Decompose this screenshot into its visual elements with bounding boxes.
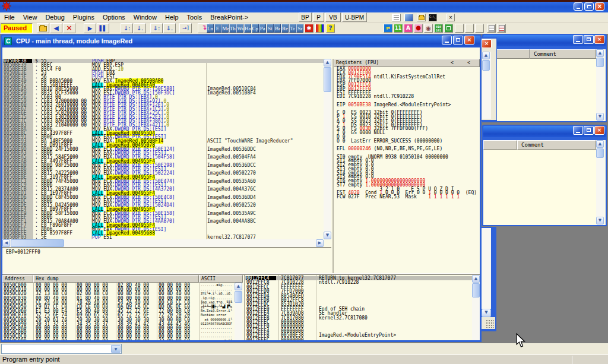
options-icon[interactable]: ✱ xyxy=(305,24,314,33)
cpu-close[interactable]: × xyxy=(464,36,474,45)
assemble-icon[interactable]: A xyxy=(404,24,413,33)
dump-vscrollbar[interactable]: ▲ xyxy=(235,283,242,340)
comment-window-2-minimize[interactable] xyxy=(573,126,583,135)
comment-window-2-restore[interactable] xyxy=(584,126,594,135)
combo-dropdown-icon[interactable]: ▼ xyxy=(111,345,121,353)
dump-pane[interactable]: Address Hex dump ASCII 0050C00000 00 00 … xyxy=(2,275,243,340)
register-line[interactable]: EFL 00000246 (NO,NB,E,BE,NS,PE,GE,LE) xyxy=(337,147,442,151)
help-icon[interactable]: ? xyxy=(326,24,335,33)
menu-tools[interactable]: Tools xyxy=(183,12,207,23)
blank-button-3[interactable] xyxy=(475,24,484,33)
go-back-icon[interactable]: ◀ xyxy=(50,23,62,33)
comment-window-1-close[interactable]: × xyxy=(594,35,604,44)
console-icon[interactable]: C:\_ xyxy=(428,14,437,21)
disassembly-pane[interactable]: 0050BE38$55PUSH EBP0050BE39.8BECMOV EBP,… xyxy=(2,59,324,239)
toolbar-st-button[interactable]: St xyxy=(267,24,274,33)
trace-log-icon[interactable]: ◉ xyxy=(424,24,433,33)
menu-help[interactable]: Help xyxy=(161,12,183,23)
pause-icon[interactable]: ▌▌ xyxy=(97,23,109,33)
toolbar-e-button[interactable]: E xyxy=(214,24,221,33)
watch-icon[interactable]: 11 xyxy=(394,24,403,33)
menu-breakpoint[interactable]: BreakPoint-> xyxy=(206,12,252,23)
title-bar[interactable] xyxy=(0,0,608,12)
toolbar-re-button[interactable]: Re xyxy=(281,24,289,33)
binary-icon[interactable]: 010101 xyxy=(434,24,443,33)
notes-icon[interactable] xyxy=(392,14,401,21)
stack-row[interactable]: 0012FFEC00000000 xyxy=(245,320,474,324)
menu-button-vb[interactable]: VB xyxy=(325,12,341,22)
stack-row[interactable]: 0012FFE0FFFFFFFFEnd of SEH chain xyxy=(245,307,474,311)
hidden-window-2-scroll-down[interactable]: ▼ xyxy=(482,309,491,317)
cpu-window-titlebar[interactable]: C CPU - main thread, module ImageRed xyxy=(2,36,480,47)
close-bar-icon[interactable]: × xyxy=(446,14,455,21)
resize-grip[interactable] xyxy=(486,319,494,328)
patch-doc-icon[interactable] xyxy=(497,24,506,33)
comment-window-1-scrollbar[interactable]: ▲ ▼ xyxy=(596,49,604,121)
toolbar-sr-button[interactable]: Sr xyxy=(296,24,303,33)
toolbar-br-button[interactable]: Br xyxy=(274,24,281,33)
memory-icon[interactable] xyxy=(404,14,413,21)
disassembly-vscrollbar[interactable]: ▲ ▼ xyxy=(324,59,331,239)
close-program-icon[interactable]: × xyxy=(63,23,75,33)
restore-button[interactable] xyxy=(584,2,594,11)
toolbar-tr-button[interactable]: Tr xyxy=(289,24,296,33)
breakpoint-icon[interactable]: ● xyxy=(414,24,423,33)
menu-plugins[interactable]: Plugins xyxy=(69,12,99,23)
hidden-window-scrollbar[interactable]: ▲ xyxy=(482,52,491,119)
step-over-icon[interactable]: ↓. xyxy=(134,23,146,33)
menu-debug[interactable]: Debug xyxy=(41,12,68,23)
stack-row[interactable]: 0012FFC87C910228ntdll.7C910228 xyxy=(245,280,474,284)
swap-icon[interactable]: ⇄ xyxy=(384,24,392,33)
disassembly-hscrollbar[interactable]: ◀ ▶ xyxy=(2,239,324,247)
comment-window-1[interactable]: × Comment ▲ ▼ xyxy=(482,34,607,122)
toolbar-pa-button[interactable]: Pa xyxy=(259,24,266,33)
comment-window-1-restore[interactable] xyxy=(584,35,594,44)
menu-button-p[interactable]: P xyxy=(313,12,324,22)
toolbar-me-button[interactable]: Me xyxy=(221,24,229,33)
stack-row[interactable]: 0012FFF000000000 xyxy=(245,324,474,328)
stack-row[interactable]: 0012FFD07FFD7000 xyxy=(245,289,474,293)
menu-file[interactable]: File xyxy=(0,12,19,23)
registers-pane[interactable]: Registers (FPU)<< EAX 00000000ECX 0012FF… xyxy=(332,59,480,274)
register-line[interactable]: EDI 7C910228 ntdll.7C910228 xyxy=(337,94,414,99)
trace-into-icon[interactable]: ⇓: xyxy=(150,23,163,33)
toolbar-ha-button[interactable]: Ha xyxy=(244,24,251,33)
menu-window[interactable]: Window xyxy=(129,12,161,23)
menu-options[interactable]: Options xyxy=(99,12,129,23)
toolbar-wi-button[interactable]: Wi xyxy=(236,24,243,33)
dump-header-hex[interactable]: Hex dump xyxy=(33,275,199,283)
trace-over-icon[interactable]: ⇓. xyxy=(163,23,176,33)
stack-row[interactable]: 0012FFF80050BE38ImageRed.<ModuleEntryPoi… xyxy=(245,333,474,337)
register-line[interactable]: FCW 027F Prec NEAR,53 Mask 1 1 1 1 1 1 xyxy=(337,195,460,199)
comment-window-2-scrollbar[interactable]: ▲ ▼ xyxy=(596,140,604,225)
cpu-minimize[interactable] xyxy=(442,36,452,45)
stack-pane[interactable]: 0012FFC47C817077RETURN to kernel32.7C817… xyxy=(244,275,480,340)
cpu-window[interactable]: C CPU - main thread, module ImageRed × 0… xyxy=(1,34,482,342)
stack-row[interactable]: 0012FFE87C817080kernel32.7C817080 xyxy=(245,316,474,320)
run-icon[interactable]: ▶ xyxy=(84,23,96,33)
comment-window-1-comment-header[interactable]: Comment xyxy=(530,49,596,59)
hidden-window-2-scrollbar[interactable] xyxy=(482,228,491,309)
stack-row[interactable]: 0012FFD80012FFC8 xyxy=(245,298,474,302)
open-file-icon[interactable] xyxy=(37,23,49,33)
close-button[interactable]: × xyxy=(595,2,604,11)
hidden-window-close[interactable]: × xyxy=(482,39,492,48)
execute-till-return-icon[interactable]: →] xyxy=(179,23,192,33)
comment-window-2-col1-header[interactable] xyxy=(483,140,517,150)
log-doc-icon[interactable] xyxy=(487,24,496,33)
menu-button-bp[interactable]: BP xyxy=(299,12,312,22)
stack-row[interactable]: 0012FFFC00000000 xyxy=(245,338,474,340)
comment-window-1-minimize[interactable] xyxy=(573,35,583,44)
toolbar-cp-button[interactable]: Cp xyxy=(252,24,259,33)
disasm-row[interactable]: 0050BF03.5EPOP ESIkernel32.7C817077 xyxy=(2,235,324,239)
blank-button-1[interactable] xyxy=(455,24,464,33)
dump-header-ascii[interactable]: ASCII xyxy=(199,275,243,283)
info-pane[interactable]: EBP=0012FFF0 xyxy=(2,247,331,273)
toolbar-th-button[interactable]: Th xyxy=(229,24,236,33)
minimize-button[interactable] xyxy=(574,2,583,11)
stack-vscrollbar[interactable]: ▲ ▼ xyxy=(472,275,480,340)
hidden-window-edge-bottom[interactable]: ▼ xyxy=(480,227,496,331)
dump-header-address[interactable]: Address xyxy=(2,275,33,283)
register-line[interactable]: EIP 0050BE38 ImageRed.<ModuleEntryPoint> xyxy=(337,103,451,107)
comment-window-2[interactable]: × Comment ▲ ▼ xyxy=(482,125,607,226)
